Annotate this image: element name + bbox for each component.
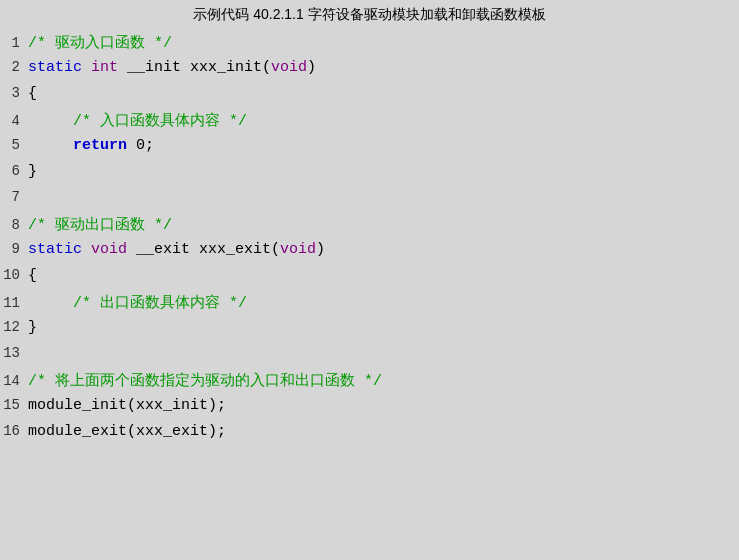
- code-line: 15module_init(xxx_init);: [0, 396, 739, 422]
- code-line: 4 /* 入口函数具体内容 */: [0, 110, 739, 136]
- line-number: 14: [0, 373, 28, 389]
- line-number: 3: [0, 85, 28, 101]
- code-line: 7: [0, 188, 739, 214]
- code-line: 12}: [0, 318, 739, 344]
- line-content: /* 驱动入口函数 */: [28, 33, 172, 52]
- code-line: 9static void __exit xxx_exit(void): [0, 240, 739, 266]
- line-content: static int __init xxx_init(void): [28, 59, 316, 76]
- code-container: 1/* 驱动入口函数 */2static int __init xxx_init…: [0, 32, 739, 448]
- line-number: 7: [0, 189, 28, 205]
- line-content: static void __exit xxx_exit(void): [28, 241, 325, 258]
- line-content: [28, 189, 37, 206]
- title-bar: 示例代码 40.2.1.1 字符设备驱动模块加载和卸载函数模板: [0, 0, 739, 32]
- code-line: 8/* 驱动出口函数 */: [0, 214, 739, 240]
- line-content: }: [28, 319, 37, 336]
- line-content: [28, 345, 37, 362]
- line-content: }: [28, 163, 37, 180]
- line-number: 6: [0, 163, 28, 179]
- line-number: 12: [0, 319, 28, 335]
- line-number: 5: [0, 137, 28, 153]
- line-content: /* 将上面两个函数指定为驱动的入口和出口函数 */: [28, 371, 382, 390]
- code-line: 13: [0, 344, 739, 370]
- line-number: 16: [0, 423, 28, 439]
- line-content: module_exit(xxx_exit);: [28, 423, 226, 440]
- code-line: 16module_exit(xxx_exit);: [0, 422, 739, 448]
- code-line: 11 /* 出口函数具体内容 */: [0, 292, 739, 318]
- code-line: 1/* 驱动入口函数 */: [0, 32, 739, 58]
- line-number: 9: [0, 241, 28, 257]
- line-content: {: [28, 85, 37, 102]
- title-text: 示例代码 40.2.1.1 字符设备驱动模块加载和卸载函数模板: [193, 6, 545, 22]
- line-content: /* 入口函数具体内容 */: [28, 111, 247, 130]
- line-number: 11: [0, 295, 28, 311]
- code-line: 5 return 0;: [0, 136, 739, 162]
- line-content: /* 出口函数具体内容 */: [28, 293, 247, 312]
- line-number: 10: [0, 267, 28, 283]
- code-line: 6}: [0, 162, 739, 188]
- code-line: 10{: [0, 266, 739, 292]
- line-content: {: [28, 267, 37, 284]
- line-number: 1: [0, 35, 28, 51]
- line-number: 2: [0, 59, 28, 75]
- line-content: /* 驱动出口函数 */: [28, 215, 172, 234]
- line-number: 8: [0, 217, 28, 233]
- line-number: 4: [0, 113, 28, 129]
- code-line: 2static int __init xxx_init(void): [0, 58, 739, 84]
- line-number: 13: [0, 345, 28, 361]
- line-content: module_init(xxx_init);: [28, 397, 226, 414]
- code-line: 3{: [0, 84, 739, 110]
- line-number: 15: [0, 397, 28, 413]
- code-line: 14/* 将上面两个函数指定为驱动的入口和出口函数 */: [0, 370, 739, 396]
- line-content: return 0;: [28, 137, 154, 154]
